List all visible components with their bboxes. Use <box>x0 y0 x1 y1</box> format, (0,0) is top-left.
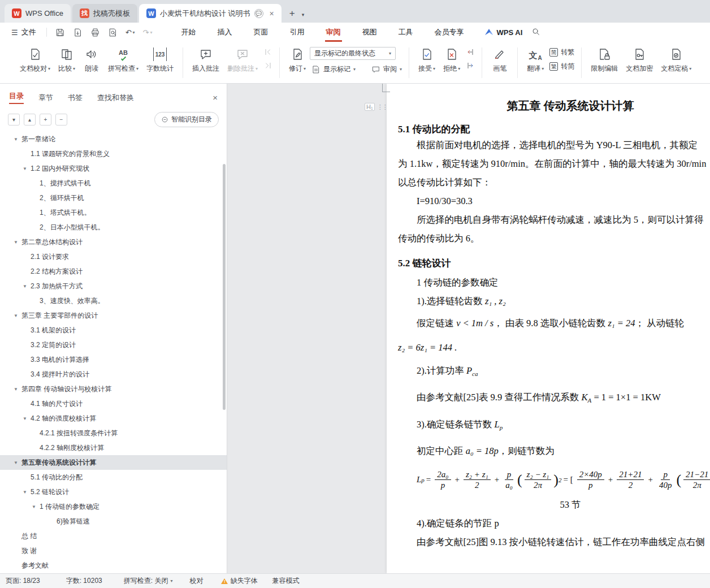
menu-tab-review[interactable]: 审阅 <box>325 23 342 42</box>
toc-item[interactable]: 2、日本小型烘干机。 <box>0 220 227 235</box>
missing-font-warning[interactable]: 缺失字体 <box>221 576 257 586</box>
toc-item[interactable]: 3.2 定筒的设计 <box>0 338 227 352</box>
toc-item[interactable]: 2.2 结构方案设计 <box>0 264 227 279</box>
toc-item[interactable]: 6)验算链速 <box>0 514 227 529</box>
toc-item[interactable]: 2、循环烘干机 <box>0 191 227 205</box>
close-sidebar-icon[interactable]: × <box>213 93 218 102</box>
toc-item[interactable]: 4.2.1 按扭转强度条件计算 <box>0 426 227 440</box>
show-markup-button[interactable]: 显示标记▾ <box>310 64 357 75</box>
toc-item[interactable]: ▼1 传动链的参数确定 <box>0 499 227 514</box>
track-changes-button[interactable]: 修订▾ <box>285 46 310 75</box>
doc-comment-icon[interactable]: 💬 <box>254 9 263 18</box>
search-button[interactable] <box>531 27 540 38</box>
sidebar-tab-contents[interactable]: 目录 <box>9 91 24 104</box>
traditional-to-simplified-button[interactable]: 繁 转简 <box>548 61 576 72</box>
undo-caret-icon[interactable]: ▾ <box>133 30 135 35</box>
proofread-status[interactable]: 校对 <box>189 576 203 586</box>
previous-comment-button[interactable] <box>262 47 274 57</box>
toc-item[interactable]: ▼第一章绪论 <box>0 132 227 146</box>
expand-all-button[interactable]: ▾ <box>8 114 20 126</box>
toc-item[interactable]: 1、塔式烘干机。 <box>0 205 227 220</box>
toc-item[interactable]: 参考文献 <box>0 558 227 573</box>
spell-check-status[interactable]: 拼写检查: 关闭▾ <box>124 576 173 586</box>
toc-item[interactable]: ▼5.2 链轮设计 <box>0 485 227 499</box>
collapse-all-button[interactable]: ▴ <box>24 114 36 126</box>
smart-recognize-toc-button[interactable]: 智能识别目录 <box>154 112 219 127</box>
print-preview-button[interactable] <box>104 28 122 37</box>
spell-check-button[interactable]: AB 拼写检查▾ <box>104 46 142 75</box>
word-count-indicator[interactable]: 字数: 10203 <box>66 576 102 586</box>
toc-item[interactable]: 1、搅拌式烘干机 <box>0 176 227 191</box>
finalize-document-button[interactable]: 文档定稿▾ <box>657 46 695 75</box>
tab-wps-home[interactable]: W WPS Office <box>5 4 71 23</box>
doc-proofread-button[interactable]: 文档校对▾ <box>16 46 54 75</box>
toc-item[interactable]: 3、速度快、效率高。 <box>0 293 227 308</box>
read-aloud-button[interactable]: 朗读 <box>79 46 104 75</box>
undo-button[interactable]: ↶▾ <box>122 28 139 37</box>
tab-current-doc[interactable]: W 小麦烘干机结构设计 说明书 💬 × <box>139 4 282 23</box>
toc-item[interactable]: 4.2.2 轴刚度校核计算 <box>0 440 227 455</box>
close-tab-icon[interactable]: × <box>270 9 274 18</box>
translate-button[interactable]: 文A 翻译▾ <box>523 46 548 75</box>
accept-revision-button[interactable]: 接受▾ <box>414 46 439 75</box>
caret-down-icon[interactable]: ▼ <box>32 504 40 509</box>
markup-state-dropdown[interactable]: 显示标记的最终状态 ▾ <box>310 47 396 60</box>
heading-level-indicator[interactable]: H₁ <box>365 103 375 111</box>
review-pane-button[interactable]: 审阅▾ <box>370 64 404 75</box>
menu-tab-tools[interactable]: 工具 <box>397 23 414 42</box>
word-count-button[interactable]: 123 字数统计 <box>142 46 178 75</box>
sidebar-scrollbar-thumb[interactable] <box>223 164 226 410</box>
caret-down-icon[interactable]: ▼ <box>23 490 31 495</box>
new-tab-button[interactable]: + <box>289 8 295 19</box>
zoom-out-toc-button[interactable]: − <box>55 114 67 126</box>
encrypt-document-button[interactable]: 文档加密 <box>622 46 657 75</box>
save-button[interactable] <box>51 28 69 37</box>
toc-item[interactable]: ▼1.2 国内外研究现状 <box>0 161 227 176</box>
compare-button[interactable]: 比较▾ <box>54 46 79 75</box>
toc-item[interactable]: 总 结 <box>0 529 227 543</box>
zoom-in-toc-button[interactable]: + <box>40 114 51 126</box>
toc-item[interactable]: 4.1 轴的尺寸设计 <box>0 396 227 411</box>
tab-template-doc[interactable]: 找 找稿壳模板 <box>72 4 137 23</box>
toc-item[interactable]: ▼4.2 轴的强度校核计算 <box>0 411 227 426</box>
toc-item[interactable]: 3.3 电机的计算选择 <box>0 352 227 367</box>
print-button[interactable] <box>86 28 104 37</box>
menu-tab-insert[interactable]: 插入 <box>217 23 233 42</box>
toc-item[interactable]: ▼第四章 传动轴设计与校核计算 <box>0 382 227 396</box>
toc-item[interactable]: 致 谢 <box>0 543 227 558</box>
toc-item[interactable]: 3.4 搅拌叶片的设计 <box>0 367 227 382</box>
caret-down-icon[interactable]: ▼ <box>14 387 21 392</box>
menu-tab-start[interactable]: 开始 <box>180 23 197 42</box>
tab-list-caret-icon[interactable]: ▾ <box>302 12 305 18</box>
caret-down-icon[interactable]: ▼ <box>14 240 21 245</box>
toc-item[interactable]: ▼第三章 主要零部件的设计 <box>0 308 227 323</box>
caret-down-icon[interactable]: ▼ <box>23 284 31 289</box>
toc-item[interactable]: 2.1 设计要求 <box>0 249 227 264</box>
delete-comment-button[interactable]: 删除批注▾ <box>223 46 262 75</box>
file-menu-button[interactable]: ☰ 文件 <box>6 27 42 37</box>
caret-down-icon[interactable]: ▼ <box>14 313 21 318</box>
sidebar-tab-sections[interactable]: 章节 <box>38 93 53 103</box>
menu-tab-reference[interactable]: 引用 <box>289 23 306 42</box>
next-revision-button[interactable] <box>464 60 477 71</box>
restrict-editing-button[interactable]: 限制编辑 <box>587 46 622 75</box>
next-comment-button[interactable] <box>262 60 274 71</box>
toc-item[interactable]: 1.1 课题研究的背景和意义 <box>0 146 227 161</box>
ink-pen-button[interactable]: 画笔 <box>487 46 512 75</box>
redo-button[interactable]: ↷▾ <box>139 28 157 37</box>
menu-tab-view[interactable]: 视图 <box>361 23 378 42</box>
sidebar-tab-find-replace[interactable]: 查找和替换 <box>97 93 134 103</box>
reject-revision-button[interactable]: 拒绝▾ <box>439 46 464 75</box>
wps-ai-button[interactable]: WPS AI <box>484 28 523 37</box>
simplified-to-traditional-button[interactable]: 简 转繁 <box>548 47 576 58</box>
insert-comment-button[interactable]: 插入批注 <box>188 46 223 75</box>
previous-revision-button[interactable] <box>464 47 477 57</box>
caret-down-icon[interactable]: ▼ <box>23 166 31 171</box>
caret-down-icon[interactable]: ▼ <box>14 137 21 142</box>
menu-tab-member[interactable]: 会员专享 <box>434 23 465 42</box>
menu-tab-page[interactable]: 页面 <box>253 23 270 42</box>
document-page[interactable]: 第五章 传动系统设计计算 5.1 传动比的分配 根据前面对电机的选择，选择电机的… <box>387 84 710 573</box>
caret-down-icon[interactable]: ▼ <box>14 460 21 465</box>
compatibility-mode-indicator[interactable]: 兼容模式 <box>272 576 299 586</box>
export-pdf-button[interactable] <box>69 28 86 37</box>
